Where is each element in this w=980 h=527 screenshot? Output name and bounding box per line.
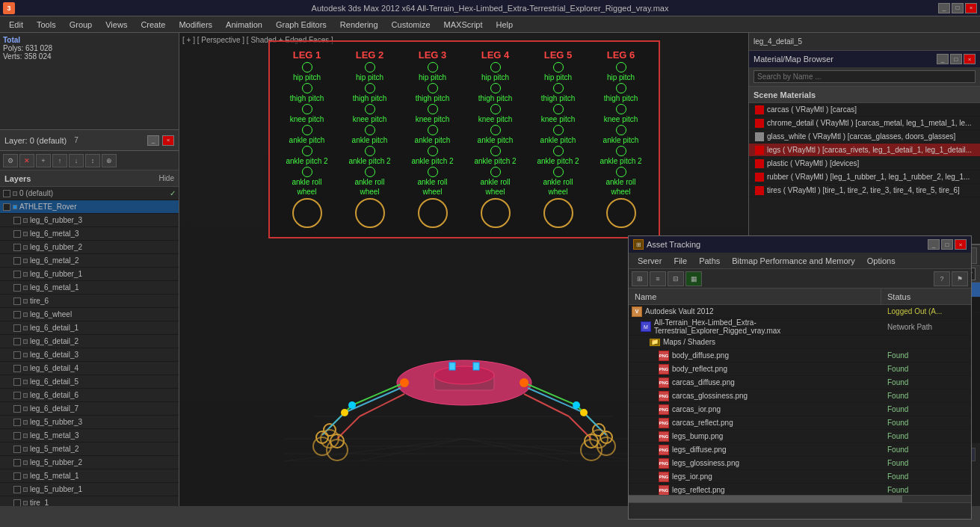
layer-item-checkbox[interactable] [13, 405, 21, 413]
layer-item[interactable]: leg_6_rubber_1 [0, 268, 179, 281]
layer-item[interactable]: leg_6_detail_6 [0, 389, 179, 402]
layer-item[interactable]: leg_5_rubber_2 [0, 456, 179, 469]
layer-item-checkbox[interactable] [13, 499, 21, 507]
layer-item-checkbox[interactable] [13, 298, 21, 305]
menu-maxscript[interactable]: MAXScript [438, 19, 489, 31]
asset-menu-bitmap[interactable]: Bitmap Performance and Memory [726, 255, 860, 267]
menu-help[interactable]: Help [490, 19, 520, 31]
layer-minimize-button[interactable]: _ [147, 135, 159, 146]
layer-item[interactable]: leg_6_metal_3 [0, 227, 179, 241]
hide-label[interactable]: Hide [158, 174, 174, 182]
layer-tool-x[interactable]: ✕ [19, 154, 34, 167]
layer-tool-7[interactable]: ↕ [85, 154, 100, 167]
asset-item[interactable]: V Autodesk Vault 2012 Logged Out (A... [629, 305, 971, 318]
asset-tool-4[interactable]: ▦ [685, 271, 702, 286]
menu-animation[interactable]: Animation [220, 19, 268, 31]
layer-item[interactable]: tire_1 [0, 496, 179, 506]
layer-item-checkbox[interactable] [13, 284, 21, 292]
mat-item[interactable]: glass_white ( VRayMtl ) [carcas_glasses,… [749, 130, 980, 144]
layer-item-checkbox[interactable] [13, 446, 21, 453]
layer-item[interactable]: leg_6_detail_3 [0, 348, 179, 362]
layer-item[interactable]: leg_6_detail_5 [0, 375, 179, 389]
menu-group[interactable]: Group [64, 19, 99, 31]
asset-list[interactable]: V Autodesk Vault 2012 Logged Out (A... M… [629, 305, 971, 495]
layer-tool-1[interactable]: ⚙ [3, 154, 18, 167]
layer-item-checkbox[interactable] [13, 338, 21, 345]
menu-create[interactable]: Create [135, 19, 171, 31]
layer-close-button[interactable]: × [162, 135, 174, 146]
asset-tool-help[interactable]: ? [934, 271, 950, 286]
layer-item-checkbox[interactable] [13, 365, 21, 372]
layer-item[interactable]: leg_6_wheel [0, 308, 179, 321]
mat-item[interactable]: legs ( VRayMtl ) [carcas_rivets, leg_1_d… [749, 144, 980, 157]
asset-tool-settings[interactable]: ⚑ [952, 271, 968, 286]
asset-menu-paths[interactable]: Paths [693, 255, 726, 267]
menu-rendering[interactable]: Rendering [334, 19, 384, 31]
maximize-button[interactable]: □ [952, 3, 964, 13]
layer-item-checkbox[interactable] [13, 351, 21, 359]
layer-item[interactable]: 0 (default) ✓ [0, 187, 179, 200]
asset-item[interactable]: PNG legs_bump.png Found [629, 430, 971, 443]
layer-item[interactable]: leg_6_detail_1 [0, 321, 179, 335]
mat-item[interactable]: plastic ( VRayMtl ) [devices] [749, 157, 980, 170]
asset-item[interactable]: PNG carcas_ior.png Found [629, 403, 971, 416]
close-button[interactable]: × [965, 3, 977, 13]
layer-item[interactable]: leg_6_rubber_2 [0, 241, 179, 254]
layer-item-checkbox[interactable] [13, 486, 21, 493]
layer-item-checkbox[interactable] [13, 432, 21, 440]
menu-customize[interactable]: Customize [386, 19, 437, 31]
mat-browser-minimize[interactable]: _ [937, 54, 949, 64]
asset-tool-3[interactable]: ⊟ [668, 271, 684, 286]
asset-tool-1[interactable]: ⊞ [632, 271, 648, 286]
layer-item[interactable]: leg_5_rubber_3 [0, 416, 179, 429]
layer-item-checkbox[interactable] [13, 392, 21, 399]
asset-item[interactable]: PNG legs_ior.png Found [629, 470, 971, 484]
layer-item[interactable]: leg_5_metal_2 [0, 443, 179, 456]
layer-item[interactable]: leg_6_metal_1 [0, 281, 179, 295]
layer-item-checkbox[interactable] [13, 257, 21, 265]
layer-item-checkbox[interactable] [13, 419, 21, 426]
layer-item[interactable]: leg_5_metal_1 [0, 469, 179, 483]
layer-tool-6[interactable]: ↓ [69, 154, 84, 167]
layer-item[interactable]: leg_6_rubber_3 [0, 214, 179, 227]
asset-item[interactable]: PNG carcas_reflect.png Found [629, 416, 971, 430]
mat-browser-close[interactable]: × [964, 54, 976, 64]
menu-views[interactable]: Views [99, 19, 133, 31]
layer-item-checkbox[interactable] [13, 217, 21, 224]
layer-list[interactable]: 0 (default) ✓ ATHLETE_Rover leg_6_rubber… [0, 187, 179, 506]
asset-tracking-close[interactable]: × [955, 239, 967, 250]
asset-item[interactable]: PNG legs_glossiness.png Found [629, 457, 971, 470]
layer-item-checkbox[interactable] [13, 230, 21, 238]
menu-tools[interactable]: Tools [31, 19, 62, 31]
mat-search-input[interactable] [754, 70, 976, 83]
asset-item[interactable]: PNG body_diffuse.png Found [629, 349, 971, 363]
layer-item-checkbox[interactable] [13, 459, 21, 466]
layer-item-checkbox[interactable] [3, 190, 10, 197]
layer-item-checkbox[interactable] [3, 203, 10, 211]
asset-tool-2[interactable]: ≡ [650, 271, 666, 286]
layer-item[interactable]: leg_6_detail_7 [0, 402, 179, 416]
layer-tool-8[interactable]: ⊕ [102, 154, 117, 167]
layer-item[interactable]: leg_5_rubber_1 [0, 483, 179, 496]
mat-item[interactable]: rubber ( VRayMtl ) [leg_1_rubber_1, leg_… [749, 170, 980, 184]
asset-tracking-maximize[interactable]: □ [941, 239, 953, 250]
asset-scrollbar[interactable] [629, 495, 971, 502]
mat-item[interactable]: carcas ( VRayMtl ) [carcas] [749, 103, 980, 117]
menu-edit[interactable]: Edit [3, 19, 29, 31]
layer-item[interactable]: tire_6 [0, 295, 179, 308]
asset-menu-options[interactable]: Options [861, 255, 902, 267]
asset-item[interactable]: PNG body_reflect.png Found [629, 363, 971, 376]
asset-item[interactable]: M All-Terrain_Hex-Limbed_Extra-Terrestri… [629, 318, 971, 336]
layer-item-checkbox[interactable] [13, 378, 21, 386]
layer-item-checkbox[interactable] [13, 324, 21, 332]
asset-menu-server[interactable]: Server [632, 255, 668, 267]
layer-item-checkbox[interactable] [13, 311, 21, 318]
layer-item-checkbox[interactable] [13, 472, 21, 480]
layer-tool-add[interactable]: + [36, 154, 51, 167]
asset-item[interactable]: PNG legs_reflect.png Found [629, 484, 971, 495]
layer-item-checkbox[interactable] [13, 244, 21, 251]
mat-item[interactable]: chrome_detail ( VRayMtl ) [carcas_metal,… [749, 117, 980, 130]
mat-item[interactable]: tires ( VRayMtl ) [tire_1, tire_2, tire_… [749, 184, 980, 197]
menu-modifiers[interactable]: Modifiers [173, 19, 218, 31]
layer-item-checkbox[interactable] [13, 271, 21, 278]
